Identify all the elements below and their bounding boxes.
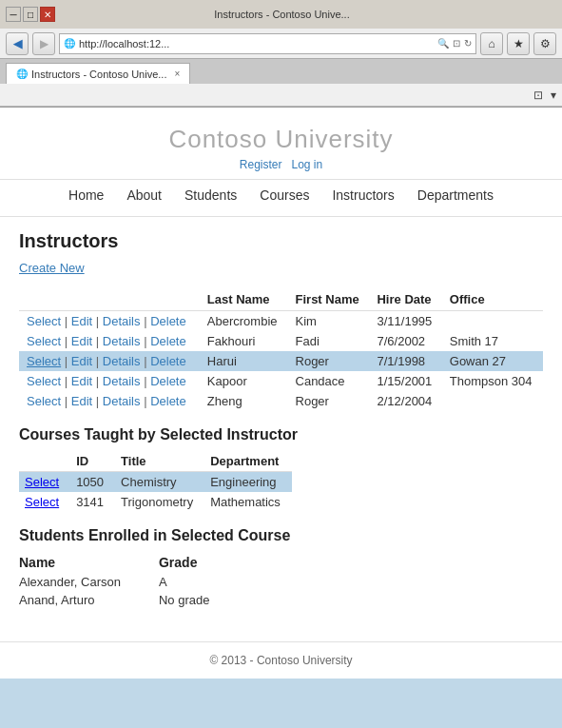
course-title: Chemistry xyxy=(115,472,204,493)
main-nav: Home About Students Courses Instructors … xyxy=(0,179,562,210)
instructor-hire-date: 3/11/1995 xyxy=(369,311,441,332)
site-title: Contoso University xyxy=(0,125,562,154)
browser-toolbar: ⊡ ▾ xyxy=(0,84,562,107)
auth-links: Register Log in xyxy=(0,158,562,171)
instructor-first-name: Fadi xyxy=(288,331,370,351)
settings-button[interactable]: ⚙ xyxy=(533,32,556,55)
course-department: Mathematics xyxy=(204,492,292,512)
nav-home[interactable]: Home xyxy=(68,187,104,203)
instructor-delete-link[interactable]: Delete xyxy=(150,334,186,348)
home-button[interactable]: ⌂ xyxy=(480,32,503,55)
tab-close-button[interactable]: × xyxy=(174,69,180,79)
instructor-first-name: Roger xyxy=(288,351,370,371)
course-row: Select3141TrigonometryMathematics xyxy=(19,492,292,512)
tab-icon: 🌐 xyxy=(16,69,28,79)
instructor-first-name: Candace xyxy=(288,371,370,391)
instructor-select-link[interactable]: Select xyxy=(27,354,61,368)
courses-table: ID Title Department Select1050ChemistryE… xyxy=(19,451,292,512)
courses-col-id: ID xyxy=(70,451,115,472)
instructor-office: Thompson 304 xyxy=(442,371,543,391)
back-button[interactable]: ◀ xyxy=(6,32,29,55)
students-table: Name Grade Alexander, CarsonAAnand, Artu… xyxy=(19,552,247,609)
nav-courses[interactable]: Courses xyxy=(260,187,309,203)
course-select-link[interactable]: Select xyxy=(25,475,59,489)
instructor-row: Select | Edit | Details | DeleteHaruiRog… xyxy=(19,351,543,371)
login-link[interactable]: Log in xyxy=(291,158,322,171)
toolbar-icon-1[interactable]: ⊡ xyxy=(533,89,543,102)
search-address-icon: 🔍 xyxy=(437,38,449,49)
course-department: Engineering xyxy=(204,472,292,493)
instructor-row-actions: Select | Edit | Details | Delete xyxy=(19,371,200,391)
maximize-button[interactable]: □ xyxy=(23,7,38,22)
refresh-icon[interactable]: ↻ xyxy=(464,38,472,49)
compat-icon: ⊡ xyxy=(453,38,460,49)
instructor-details-link[interactable]: Details xyxy=(103,394,141,408)
instructor-select-link[interactable]: Select xyxy=(27,374,61,388)
create-new-link[interactable]: Create New xyxy=(19,261,85,275)
courses-section-heading: Courses Taught by Selected Instructor xyxy=(19,426,543,443)
tab-title: Instructors - Contoso Unive... xyxy=(31,69,166,80)
instructor-row: Select | Edit | Details | DeleteAbercrom… xyxy=(19,311,543,332)
minimize-button[interactable]: ─ xyxy=(6,7,21,22)
instructor-row-actions: Select | Edit | Details | Delete xyxy=(19,311,200,332)
instructor-delete-link[interactable]: Delete xyxy=(150,374,186,388)
instructor-details-link[interactable]: Details xyxy=(103,354,141,368)
footer-text: © 2013 - Contoso University xyxy=(209,654,352,667)
courses-col-select xyxy=(19,451,70,472)
instructor-details-link[interactable]: Details xyxy=(103,314,141,328)
student-name: Anand, Arturo xyxy=(19,591,159,609)
instructor-details-link[interactable]: Details xyxy=(103,334,141,348)
title-bar: ─ □ ✕ Instructors - Contoso Unive... xyxy=(0,0,562,29)
address-bar[interactable]: 🌐 http://localhost:12... 🔍 ⊡ ↻ xyxy=(59,33,476,54)
instructor-row: Select | Edit | Details | DeleteZhengRog… xyxy=(19,391,543,411)
window-title: Instructors - Contoso Unive... xyxy=(63,9,501,20)
instructor-office xyxy=(442,311,543,332)
instructor-hire-date: 2/12/2004 xyxy=(369,391,441,411)
register-link[interactable]: Register xyxy=(240,158,282,171)
nav-departments[interactable]: Departments xyxy=(417,187,494,203)
course-select-link[interactable]: Select xyxy=(25,495,59,509)
close-button[interactable]: ✕ xyxy=(40,7,55,22)
instructor-row-actions: Select | Edit | Details | Delete xyxy=(19,391,200,411)
course-id: 1050 xyxy=(70,472,115,493)
instructor-edit-link[interactable]: Edit xyxy=(71,334,92,348)
col-firstname: First Name xyxy=(288,288,370,311)
instructor-select-link[interactable]: Select xyxy=(27,334,61,348)
students-col-grade: Grade xyxy=(159,552,247,573)
instructor-office: Smith 17 xyxy=(442,331,543,351)
students-col-name: Name xyxy=(19,552,159,573)
instructor-edit-link[interactable]: Edit xyxy=(71,354,92,368)
forward-button[interactable]: ▶ xyxy=(32,32,55,55)
instructor-select-link[interactable]: Select xyxy=(27,314,61,328)
col-actions xyxy=(19,288,200,311)
student-row: Alexander, CarsonA xyxy=(19,573,247,591)
col-lastname: Last Name xyxy=(200,288,288,311)
toolbar-icon-2[interactable]: ▾ xyxy=(551,89,556,102)
favorites-button[interactable]: ★ xyxy=(507,32,530,55)
instructor-row-actions: Select | Edit | Details | Delete xyxy=(19,331,200,351)
nav-about[interactable]: About xyxy=(126,187,162,203)
course-title: Trigonometry xyxy=(115,492,204,512)
instructor-row-actions: Select | Edit | Details | Delete xyxy=(19,351,200,371)
instructor-select-link[interactable]: Select xyxy=(27,394,61,408)
instructor-row: Select | Edit | Details | DeleteFakhouri… xyxy=(19,331,543,351)
instructor-edit-link[interactable]: Edit xyxy=(71,394,92,408)
instructor-edit-link[interactable]: Edit xyxy=(71,374,92,388)
student-grade: A xyxy=(159,573,247,591)
instructor-delete-link[interactable]: Delete xyxy=(150,354,186,368)
instructor-last-name: Zheng xyxy=(200,391,288,411)
active-tab[interactable]: 🌐 Instructors - Contoso Unive... × xyxy=(6,63,190,84)
courses-col-title: Title xyxy=(115,451,204,472)
student-grade: No grade xyxy=(159,591,247,609)
instructor-details-link[interactable]: Details xyxy=(103,374,141,388)
instructor-office xyxy=(442,391,543,411)
instructor-hire-date: 7/1/1998 xyxy=(369,351,441,371)
nav-students[interactable]: Students xyxy=(184,187,237,203)
courses-col-dept: Department xyxy=(204,451,292,472)
instructor-edit-link[interactable]: Edit xyxy=(71,314,92,328)
instructor-delete-link[interactable]: Delete xyxy=(150,394,186,408)
instructor-delete-link[interactable]: Delete xyxy=(150,314,186,328)
tab-bar: 🌐 Instructors - Contoso Unive... × xyxy=(0,59,562,84)
nav-instructors[interactable]: Instructors xyxy=(332,187,394,203)
instructor-last-name: Abercrombie xyxy=(200,311,288,332)
